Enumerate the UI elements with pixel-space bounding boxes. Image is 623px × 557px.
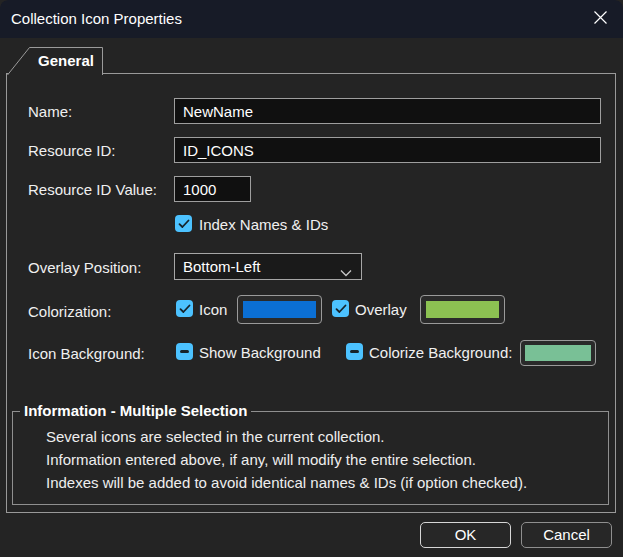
info-line-2: Information entered above, if any, will …: [46, 450, 476, 469]
colorization-label: Colorization:: [28, 302, 111, 322]
background-color-swatch: [525, 345, 591, 361]
colorize-background-label[interactable]: Colorize Background:: [369, 343, 512, 363]
close-icon: [593, 10, 608, 28]
resource-id-value-input[interactable]: [174, 176, 251, 202]
info-line-1: Several icons are selected in the curren…: [46, 427, 385, 446]
colorize-icon-label[interactable]: Icon: [199, 300, 227, 320]
indeterminate-dash-icon: [180, 350, 189, 353]
overlay-position-select[interactable]: Bottom-Left: [174, 253, 362, 280]
ok-button[interactable]: OK: [420, 522, 511, 548]
overlay-color-swatch: [426, 301, 499, 318]
collection-icon-properties-dialog: { "window": { "title": "Collection Icon …: [0, 0, 623, 557]
cancel-button[interactable]: Cancel: [521, 522, 612, 548]
overlay-position-value: Bottom-Left: [183, 254, 261, 279]
info-line-3: Indexes will be added to avoid identical…: [46, 473, 527, 492]
colorize-overlay-checkbox[interactable]: [332, 300, 349, 317]
resource-id-value-label: Resource ID Value:: [28, 180, 157, 200]
title-bar: Collection Icon Properties: [0, 0, 623, 38]
tab-general-label: General: [29, 47, 103, 73]
show-background-label[interactable]: Show Background: [199, 343, 321, 363]
overlay-position-label: Overlay Position:: [28, 258, 141, 278]
icon-color-swatch: [243, 301, 316, 318]
resource-id-input[interactable]: [174, 137, 601, 163]
colorize-icon-checkbox[interactable]: [176, 300, 193, 317]
index-names-checkbox[interactable]: [175, 215, 192, 232]
window-title: Collection Icon Properties: [11, 0, 182, 38]
checkmark-icon: [178, 219, 190, 229]
name-label: Name:: [28, 102, 72, 122]
indeterminate-dash-icon: [350, 350, 359, 353]
show-background-checkbox[interactable]: [176, 343, 193, 360]
icon-color-swatch-button[interactable]: [237, 295, 322, 324]
index-names-label[interactable]: Index Names & IDs: [199, 215, 328, 235]
close-button[interactable]: [585, 4, 615, 34]
name-input[interactable]: [174, 98, 601, 124]
overlay-color-swatch-button[interactable]: [420, 295, 505, 324]
resource-id-label: Resource ID:: [28, 141, 116, 161]
tab-general[interactable]: General: [7, 47, 103, 75]
checkmark-icon: [335, 304, 347, 314]
chevron-down-icon: [340, 263, 352, 280]
checkmark-icon: [179, 304, 191, 314]
icon-background-label: Icon Background:: [28, 344, 145, 364]
colorize-overlay-label[interactable]: Overlay: [355, 300, 407, 320]
colorize-background-checkbox[interactable]: [346, 343, 363, 360]
background-color-swatch-button[interactable]: [520, 340, 596, 366]
information-group-title: Information - Multiple Selection: [20, 402, 251, 420]
